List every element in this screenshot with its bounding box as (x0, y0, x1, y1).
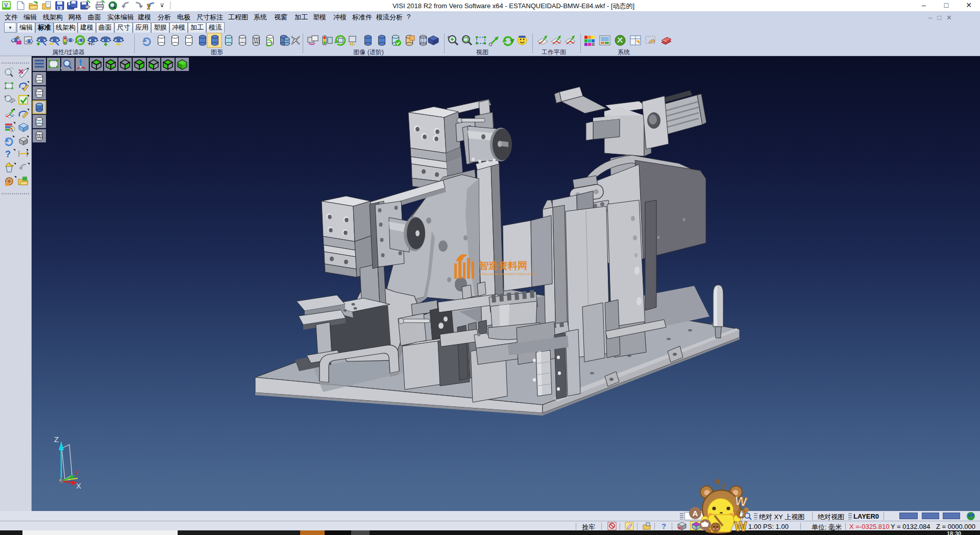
svg-text:?: ? (662, 522, 666, 530)
svg-text:智造资料网: 智造资料网 (478, 260, 527, 271)
svg-text:Z: Z (54, 435, 59, 444)
svg-text:?: ? (5, 149, 11, 159)
svg-text:INTELLIGENT MANUFACTURING DATA: INTELLIGENT MANUFACTURING DATA (479, 273, 535, 276)
svg-text:±: ± (447, 34, 450, 39)
svg-text:A: A (693, 509, 698, 518)
svg-text:±: ± (4, 94, 7, 99)
svg-text:+/-: +/- (349, 41, 355, 47)
svg-text:Y: Y (75, 469, 79, 477)
svg-text:V: V (4, 2, 8, 8)
svg-text:W: W (734, 519, 747, 534)
svg-text:+/-: +/- (88, 40, 94, 46)
svg-text:X: X (76, 481, 81, 490)
